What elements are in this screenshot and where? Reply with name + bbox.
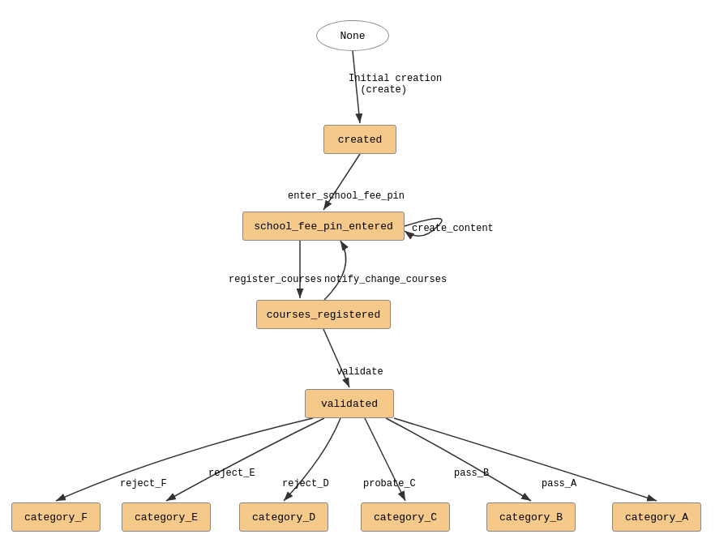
diagram-container: None created school_fee_pin_entered cour…: [0, 0, 728, 560]
node-category-d: category_D: [239, 502, 328, 532]
edge-label-reject-d: reject_D: [282, 478, 329, 489]
edge-label-validate: validate: [336, 366, 383, 378]
edge-label-probate-c: probate_C: [363, 478, 416, 489]
node-category-b-label: category_B: [499, 511, 563, 524]
svg-line-4: [323, 329, 349, 387]
node-created: created: [323, 125, 396, 154]
edge-label-reject-e: reject_E: [208, 468, 255, 479]
node-category-d-label: category_D: [252, 511, 315, 524]
node-category-c-label: category_C: [374, 511, 437, 524]
node-category-e: category_E: [122, 502, 211, 532]
edge-label-notify-change-courses: notify_change_courses: [324, 274, 447, 285]
node-category-c: category_C: [361, 502, 450, 532]
edge-label-enter-school-fee-pin: enter_school_fee_pin: [288, 190, 405, 202]
node-category-b: category_B: [486, 502, 576, 532]
node-courses-registered: courses_registered: [256, 300, 391, 329]
edge-label-reject-f: reject_F: [120, 478, 167, 489]
edge-label-initial-creation: Initial creation (create): [349, 73, 442, 96]
edge-label-pass-a: pass_A: [542, 478, 576, 489]
edge-label-pass-b: pass_B: [454, 468, 489, 479]
node-school-fee-pin-entered: school_fee_pin_entered: [242, 212, 405, 241]
node-category-a-label: category_A: [625, 511, 688, 524]
node-courses-registered-label: courses_registered: [267, 309, 380, 321]
node-none: None: [316, 20, 389, 51]
node-validated: validated: [305, 389, 394, 418]
node-school-fee-pin-label: school_fee_pin_entered: [254, 220, 393, 233]
node-category-f: category_F: [11, 502, 101, 532]
node-category-f-label: category_F: [24, 511, 88, 524]
edge-label-create-content: create_content: [412, 223, 494, 234]
node-created-label: created: [338, 134, 383, 146]
node-category-e-label: category_E: [135, 511, 198, 524]
edge-label-register-courses: register_courses: [229, 274, 322, 285]
node-none-label: None: [340, 30, 365, 42]
node-category-a: category_A: [612, 502, 701, 532]
node-validated-label: validated: [321, 398, 378, 410]
